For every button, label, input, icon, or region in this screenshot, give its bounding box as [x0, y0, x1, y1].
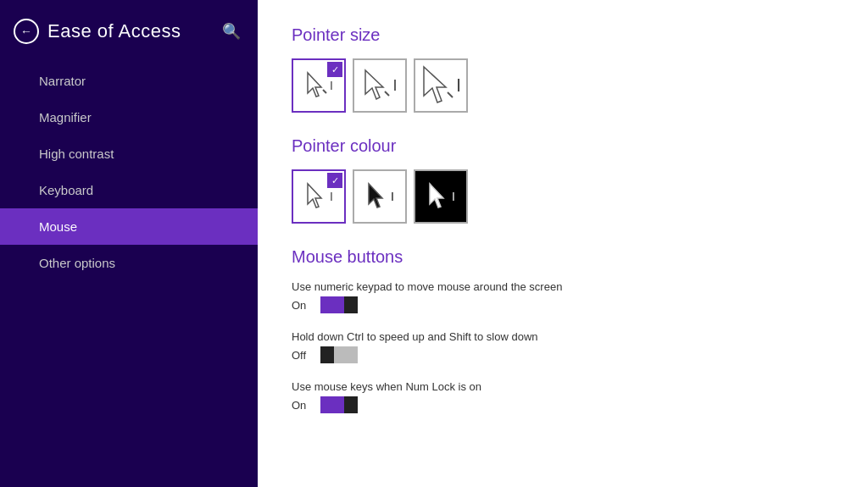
toggle-num-lock-control: On	[292, 396, 834, 413]
toggle-numeric-keypad-state: On	[292, 299, 312, 312]
svg-marker-0	[308, 73, 321, 97]
sidebar-item-high-contrast[interactable]: High contrast	[0, 136, 258, 172]
search-icon: 🔍	[222, 23, 241, 40]
toggle-ctrl-speed: Hold down Ctrl to speed up and Shift to …	[292, 330, 834, 363]
colour-checkmark-icon: ✓	[327, 173, 342, 188]
sidebar-item-keyboard[interactable]: Keyboard	[0, 172, 258, 208]
sidebar-nav: Narrator Magnifier High contrast Keyboar…	[0, 63, 258, 281]
toggle-numeric-keypad-label: Use numeric keypad to move mouse around …	[292, 280, 834, 293]
pointer-size-medium[interactable]: I	[353, 58, 407, 113]
toggle-numeric-keypad-control: On	[292, 296, 834, 313]
pointer-size-section: Pointer size ✓ I	[292, 25, 834, 113]
sidebar-item-magnifier[interactable]: Magnifier	[0, 99, 258, 136]
pointer-size-large[interactable]: I	[414, 58, 468, 113]
sidebar-item-narrator[interactable]: Narrator	[0, 63, 258, 99]
svg-line-5	[448, 92, 453, 97]
black-cursor-icon: I	[365, 182, 394, 211]
toggle-off-fill	[334, 346, 358, 363]
toggle-thumb	[344, 296, 358, 313]
toggle-num-lock: Use mouse keys when Num Lock is on On	[292, 380, 834, 413]
mouse-buttons-section: Mouse buttons Use numeric keypad to move…	[292, 247, 834, 413]
svg-line-1	[323, 90, 326, 93]
toggle-numeric-keypad: Use numeric keypad to move mouse around …	[292, 280, 834, 313]
toggle-on-fill-2	[320, 396, 344, 413]
pointer-colour-black[interactable]: I	[353, 169, 407, 224]
toggle-ctrl-speed-track[interactable]	[320, 346, 358, 363]
toggle-ctrl-speed-label: Hold down Ctrl to speed up and Shift to …	[292, 330, 834, 343]
sidebar-item-other-options[interactable]: Other options	[0, 245, 258, 281]
svg-marker-8	[430, 184, 443, 208]
toggle-ctrl-speed-control: Off	[292, 346, 834, 363]
svg-marker-6	[308, 184, 321, 208]
toggle-ctrl-speed-state: Off	[292, 349, 312, 362]
toggle-num-lock-track[interactable]	[320, 396, 358, 413]
medium-cursor-icon: I	[362, 69, 397, 102]
sidebar: ← Ease of Access 🔍 Narrator Magnifier Hi…	[0, 0, 258, 487]
main-content: Pointer size ✓ I	[258, 0, 868, 487]
back-button[interactable]: ←	[14, 19, 39, 44]
toggle-thumb-off	[320, 346, 334, 363]
checkmark-icon: ✓	[327, 62, 342, 77]
svg-marker-4	[424, 67, 446, 102]
pointer-colour-section: Pointer colour ✓ I I	[292, 136, 834, 224]
pointer-colour-options: ✓ I I	[292, 169, 834, 224]
mouse-buttons-title: Mouse buttons	[292, 247, 834, 267]
toggle-thumb-2	[344, 396, 358, 413]
pointer-colour-inverted[interactable]: I	[414, 169, 468, 224]
sidebar-item-mouse[interactable]: Mouse	[0, 208, 258, 245]
search-button[interactable]: 🔍	[219, 19, 244, 44]
pointer-size-options: ✓ I I	[292, 58, 834, 113]
svg-marker-2	[365, 70, 383, 99]
pointer-colour-title: Pointer colour	[292, 136, 834, 156]
pointer-colour-white[interactable]: ✓ I	[292, 169, 346, 224]
toggle-on-fill	[320, 296, 344, 313]
svg-line-3	[385, 91, 389, 96]
pointer-size-small[interactable]: ✓ I	[292, 58, 346, 113]
pointer-size-title: Pointer size	[292, 25, 834, 45]
svg-marker-7	[369, 184, 382, 208]
sidebar-title: Ease of Access	[47, 20, 181, 42]
inverted-cursor-icon: I	[426, 182, 455, 211]
toggle-numeric-keypad-track[interactable]	[320, 296, 358, 313]
sidebar-header: ← Ease of Access 🔍	[0, 0, 258, 63]
toggle-num-lock-state: On	[292, 399, 312, 412]
large-cursor-icon: I	[420, 65, 461, 106]
toggle-num-lock-label: Use mouse keys when Num Lock is on	[292, 380, 834, 393]
